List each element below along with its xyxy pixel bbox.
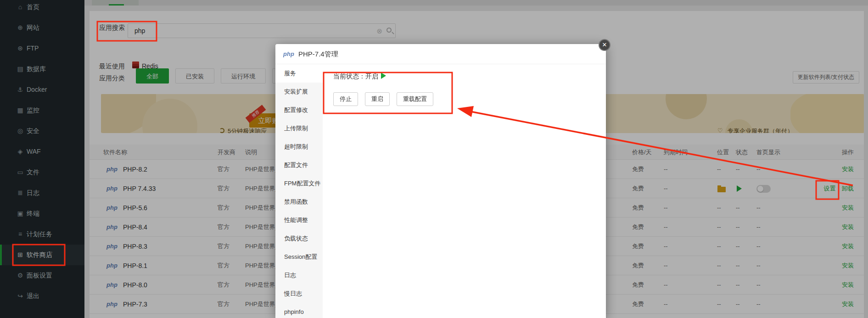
modal-menu-item[interactable]: 服务 [275,64,323,83]
reload-config-button[interactable]: 重载配置 [397,92,433,106]
modal-menu-item[interactable]: FPM配置文件 [275,174,323,193]
stop-button[interactable]: 停止 [333,92,358,106]
modal-menu-item[interactable]: 安装扩展 [275,83,323,101]
modal-menu-item[interactable]: 超时限制 [275,138,323,156]
php-logo-icon: php [283,50,294,57]
modal-menu-item[interactable]: 配置修改 [275,101,323,119]
modal-header: php PHP-7.4管理 [275,44,606,64]
modal-menu-item[interactable]: 负载状态 [275,229,323,248]
modal-menu-item[interactable]: phpinfo [275,303,323,318]
modal-menu-item[interactable]: Session配置 [275,248,323,266]
modal-menu-item[interactable]: 慢日志 [275,285,323,303]
status-label: 当前状态： [333,73,365,80]
modal-menu: 服务安装扩展配置修改上传限制超时限制配置文件FPM配置文件禁用函数性能调整负载状… [275,64,323,318]
running-play-icon [381,73,386,79]
status-value: 开启 [365,73,378,80]
php-manage-modal: ✕ php PHP-7.4管理 服务安装扩展配置修改上传限制超时限制配置文件FP… [275,44,606,318]
modal-menu-item[interactable]: 性能调整 [275,211,323,229]
current-status: 当前状态：开启 [333,73,386,81]
service-buttons: 停止重启重载配置 [333,92,440,106]
restart-button[interactable]: 重启 [365,92,390,106]
modal-menu-item[interactable]: 配置文件 [275,156,323,174]
app-root: ⌂首页⊕网站⊛FTP▤数据库⚓Docker▦监控◎安全◈WAF▭文件≣日志▣终端… [0,0,868,318]
modal-menu-item[interactable]: 上传限制 [275,119,323,138]
modal-menu-item[interactable]: 禁用函数 [275,193,323,211]
modal-title: PHP-7.4管理 [298,50,338,59]
modal-menu-item[interactable]: 日志 [275,266,323,285]
close-icon[interactable]: ✕ [599,39,610,51]
